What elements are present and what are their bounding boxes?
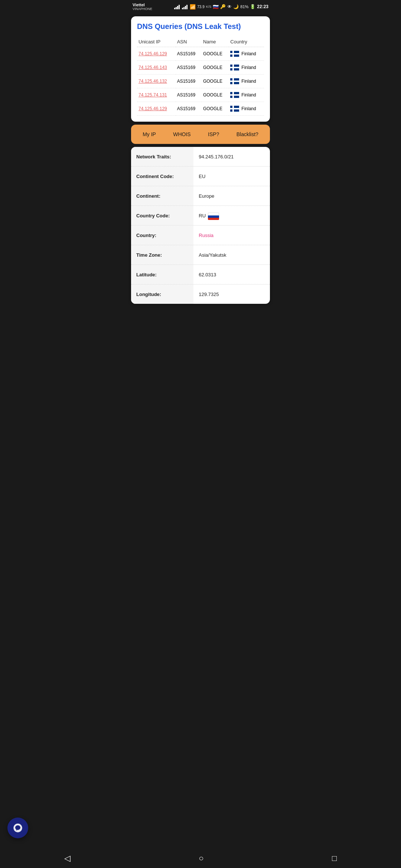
- svg-rect-11: [232, 92, 234, 98]
- svg-rect-7: [230, 80, 239, 82]
- moon-icon: 🌙: [233, 4, 239, 9]
- eye-icon: 👁: [227, 4, 232, 9]
- svg-rect-14: [232, 106, 234, 112]
- info-row-country-code: Country Code: RU: [131, 206, 270, 226]
- table-row: 74.125.46.143AS15169GOOGLE Finland: [137, 61, 264, 75]
- dns-card-title: DNS Queries (DNS Leak Test): [137, 22, 264, 31]
- speed-value: 73.9: [197, 5, 204, 9]
- value-latitude: 62.0313: [193, 267, 270, 282]
- cell-country: Finland: [229, 47, 264, 61]
- info-row-latitude: Latitude: 62.0313: [131, 265, 270, 285]
- battery-icon: 🔋: [250, 4, 255, 9]
- col-name: Name: [202, 37, 229, 47]
- time: 22:23: [257, 4, 268, 9]
- speed-unit: K/S: [206, 5, 212, 9]
- col-asn: ASN: [176, 37, 202, 47]
- carrier-info: Viettel VINAPHONE: [133, 3, 152, 11]
- cell-country: Finland: [229, 75, 264, 88]
- cell-country: Finland: [229, 88, 264, 102]
- cell-name: GOOGLE: [202, 102, 229, 116]
- signal-icon-2: [182, 4, 188, 9]
- label-country: Country:: [131, 226, 193, 245]
- cell-name: GOOGLE: [202, 61, 229, 75]
- info-row-continent-code: Continent Code: EU: [131, 167, 270, 186]
- info-row-network: Network Traits: 94.245.176.0/21: [131, 147, 270, 167]
- col-ip: Unicast IP: [137, 37, 176, 47]
- tab-whois[interactable]: WHOIS: [170, 130, 193, 139]
- svg-rect-10: [230, 94, 239, 96]
- value-timezone: Asia/Yakutsk: [193, 248, 270, 262]
- cell-ip[interactable]: 74.125.74.131: [137, 88, 176, 102]
- main-content: DNS Queries (DNS Leak Test) Unicast IP A…: [128, 13, 273, 307]
- cell-name: GOOGLE: [202, 75, 229, 88]
- svg-rect-8: [232, 78, 234, 84]
- cell-ip[interactable]: 74.125.46.132: [137, 75, 176, 88]
- value-network-traits: 94.245.176.0/21: [193, 149, 270, 164]
- label-continent: Continent:: [131, 186, 193, 206]
- nav-tabs: My IP WHOIS ISP? Blacklist?: [131, 125, 270, 144]
- label-network-traits: Network Traits:: [131, 147, 193, 166]
- dns-card: DNS Queries (DNS Leak Test) Unicast IP A…: [131, 16, 270, 122]
- flag-icon: 🇷🇺: [213, 4, 219, 10]
- svg-rect-4: [230, 67, 239, 68]
- svg-rect-1: [230, 53, 239, 55]
- info-row-timezone: Time Zone: Asia/Yakutsk: [131, 245, 270, 265]
- table-row: 74.125.46.129AS15169GOOGLE Finland: [137, 47, 264, 61]
- col-country: Country: [229, 37, 264, 47]
- wifi-icon: 📶: [190, 4, 196, 10]
- cell-ip[interactable]: 74.125.46.143: [137, 61, 176, 75]
- finland-flag-icon: [230, 106, 239, 112]
- cell-asn: AS15169: [176, 75, 202, 88]
- svg-rect-5: [232, 65, 234, 70]
- home-button[interactable]: ○: [191, 851, 211, 866]
- battery-percent: 81%: [240, 4, 248, 9]
- cell-asn: AS15169: [176, 61, 202, 75]
- label-continent-code: Continent Code:: [131, 167, 193, 186]
- cell-asn: AS15169: [176, 88, 202, 102]
- finland-flag-icon: [230, 78, 239, 84]
- value-continent: Europe: [193, 189, 270, 203]
- cell-ip[interactable]: 74.125.46.129: [137, 47, 176, 61]
- label-latitude: Latitude:: [131, 265, 193, 284]
- cell-ip[interactable]: 74.125.46.129: [137, 102, 176, 116]
- russia-flag: [208, 211, 219, 220]
- table-row: 74.125.46.132AS15169GOOGLE Finland: [137, 75, 264, 88]
- finland-flag-icon: [230, 51, 239, 57]
- tab-blacklist[interactable]: Blacklist?: [234, 130, 261, 139]
- bottom-nav-bar: ◁ ○ □: [128, 849, 273, 868]
- info-row-continent: Continent: Europe: [131, 186, 270, 206]
- label-timezone: Time Zone:: [131, 245, 193, 264]
- key-icon: 🔑: [220, 4, 226, 9]
- svg-rect-2: [232, 51, 234, 57]
- cell-asn: AS15169: [176, 47, 202, 61]
- dns-table: Unicast IP ASN Name Country 74.125.46.12…: [137, 37, 264, 116]
- value-longitude: 129.7325: [193, 287, 270, 302]
- finland-flag-icon: [230, 65, 239, 70]
- status-bar: Viettel VINAPHONE 📶 73.9 K/S 🇷🇺 🔑 👁 🌙 81…: [128, 0, 273, 13]
- carrier-name: Viettel: [133, 3, 152, 7]
- value-continent-code: EU: [193, 169, 270, 184]
- signal-icon: [174, 4, 180, 9]
- svg-rect-13: [230, 108, 239, 109]
- cell-country: Finland: [229, 61, 264, 75]
- finland-flag-icon: [230, 92, 239, 98]
- cell-name: GOOGLE: [202, 47, 229, 61]
- cell-asn: AS15169: [176, 102, 202, 116]
- label-country-code: Country Code:: [131, 206, 193, 225]
- info-row-longitude: Longitude: 129.7325: [131, 285, 270, 304]
- tab-isp[interactable]: ISP?: [205, 130, 222, 139]
- network-name: VINAPHONE: [133, 7, 152, 11]
- info-row-country: Country: Russia: [131, 226, 270, 245]
- label-longitude: Longitude:: [131, 285, 193, 304]
- value-country-code: RU: [193, 207, 270, 224]
- table-row: 74.125.46.129AS15169GOOGLE Finland: [137, 102, 264, 116]
- value-country: Russia: [193, 228, 270, 243]
- tab-my-ip[interactable]: My IP: [140, 130, 159, 139]
- cell-country: Finland: [229, 102, 264, 116]
- status-right: 📶 73.9 K/S 🇷🇺 🔑 👁 🌙 81% 🔋 22:23: [174, 4, 268, 10]
- cell-name: GOOGLE: [202, 88, 229, 102]
- info-card: Network Traits: 94.245.176.0/21 Continen…: [131, 147, 270, 304]
- table-row: 74.125.74.131AS15169GOOGLE Finland: [137, 88, 264, 102]
